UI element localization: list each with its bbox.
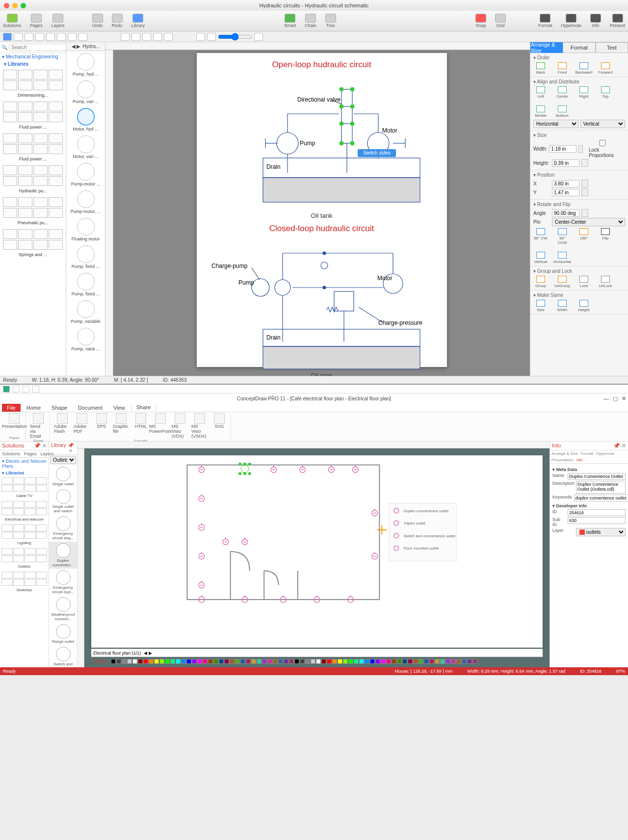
pin-select[interactable]: Center-Center (552, 218, 625, 226)
library-shape-thumb[interactable] (13, 572, 25, 578)
outlet-symbol[interactable] (314, 595, 320, 603)
library-shape-thumb[interactable] (33, 240, 48, 250)
color-swatch[interactable] (311, 659, 315, 664)
library-shape-thumb[interactable] (25, 501, 36, 508)
library-shape-thumb[interactable] (13, 555, 25, 562)
tab-format[interactable]: Format (563, 42, 595, 53)
y-input[interactable] (552, 189, 579, 196)
hypernote-button[interactable]: Hypernote (561, 14, 581, 28)
library-shape-thumb[interactable] (36, 555, 48, 562)
library-shape-thumb[interactable] (49, 165, 63, 175)
library-shape-thumb[interactable] (25, 532, 36, 539)
library-shape-thumb[interactable] (36, 508, 48, 515)
align-tool-icon[interactable] (131, 33, 140, 41)
ribbon-export-ms-visio-vsdx-[interactable]: MS Visio (VSDX) (191, 413, 208, 439)
distribute-tool-icon[interactable] (142, 33, 151, 41)
library-shape-thumb[interactable] (18, 102, 32, 111)
vertical-select[interactable]: Vertical (580, 120, 626, 128)
info-button[interactable]: Info (590, 14, 601, 28)
ribbon-email[interactable]: Send via Email (30, 413, 47, 439)
color-swatch[interactable] (122, 659, 127, 664)
library-shape-thumb[interactable] (3, 240, 17, 250)
save-icon[interactable] (13, 386, 20, 393)
horizontal-select[interactable]: Horizontal (533, 120, 578, 128)
library-group[interactable]: Electrical and telecom (0, 500, 49, 524)
library-shape-thumb[interactable] (1, 501, 13, 508)
shape-tab[interactable]: ◀ ▶ Hydra... (66, 42, 105, 51)
action-left[interactable]: Left (533, 86, 548, 99)
search-input[interactable] (9, 44, 66, 51)
library-pin-icon[interactable]: 📌 ✕ (66, 443, 75, 453)
section-rotate[interactable]: ▾ Rotate and Flip (533, 202, 625, 207)
library-shape-thumb[interactable] (3, 80, 17, 90)
color-swatch[interactable] (251, 659, 256, 664)
library-shape-thumb[interactable] (18, 80, 32, 90)
dev-layer-select[interactable]: 🟥 outlets (576, 528, 626, 536)
color-swatch[interactable] (332, 659, 337, 664)
tab-arrange[interactable]: Arrange & Size (530, 42, 563, 53)
outlet-symbol[interactable] (199, 552, 205, 559)
color-swatch[interactable] (246, 659, 251, 664)
library-shape-thumb[interactable] (25, 555, 36, 562)
tab-solutions[interactable]: Solutions (0, 450, 22, 457)
info-tab-hypernote[interactable]: Hypernote (595, 450, 616, 457)
shape-item[interactable]: Motor, hyd ... (66, 106, 105, 133)
color-swatch[interactable] (186, 659, 191, 664)
color-swatch[interactable] (289, 659, 294, 664)
library-shape-thumb[interactable] (25, 579, 36, 586)
section-order[interactable]: ▾ Order (533, 55, 625, 60)
color-swatch[interactable] (267, 659, 272, 664)
win-maximize-icon[interactable]: ▢ (613, 395, 618, 402)
library-shape-thumb[interactable] (33, 80, 48, 90)
library-shape-thumb[interactable] (49, 197, 63, 207)
library-shape-thumb[interactable] (3, 165, 17, 175)
library-shape-thumb[interactable] (18, 176, 32, 186)
library-shape-thumb[interactable] (33, 165, 48, 175)
section-make[interactable]: ▾ Make Same (533, 292, 625, 298)
library-shape-thumb[interactable] (49, 240, 63, 250)
line-tool-icon[interactable] (35, 33, 44, 41)
info-tab-presentation[interactable]: Presentation (550, 457, 575, 463)
library-shape-thumb[interactable] (13, 501, 25, 508)
height-input[interactable] (552, 159, 579, 167)
dev-subid-input[interactable] (568, 517, 626, 524)
zoom-fit-icon[interactable] (254, 33, 263, 41)
library-shape-thumb[interactable] (18, 133, 32, 143)
action-size[interactable]: Size (533, 300, 548, 312)
color-swatch[interactable] (429, 659, 434, 664)
library-shape-thumb[interactable] (18, 144, 32, 154)
section-position[interactable]: ▾ Position (533, 172, 625, 178)
action-right[interactable]: Right (576, 86, 591, 99)
library-shape-thumb[interactable] (36, 572, 48, 578)
outlet-symbol[interactable] (199, 581, 205, 588)
fullscreen-icon[interactable] (21, 3, 26, 8)
color-swatch[interactable] (203, 659, 208, 664)
undo-icon[interactable] (23, 386, 29, 393)
color-swatch[interactable] (348, 659, 353, 664)
color-swatch[interactable] (413, 659, 418, 664)
library-shape-thumb[interactable] (49, 133, 63, 143)
color-swatch[interactable] (375, 659, 380, 664)
lock-proportions[interactable] (589, 140, 616, 146)
angle-input[interactable] (552, 210, 579, 217)
chain-button[interactable]: Chain (305, 14, 316, 28)
library-shape-thumb[interactable] (1, 477, 13, 484)
solutions-button[interactable]: Solutions (3, 14, 21, 28)
library-group[interactable]: Outlets (0, 547, 49, 571)
library-shape-thumb[interactable] (25, 477, 36, 484)
shape-item[interactable]: Pump, hyd ... (66, 51, 105, 79)
action-middle[interactable]: Middle (533, 105, 548, 118)
color-swatch[interactable] (386, 659, 391, 664)
grid-button[interactable]: Grid (495, 14, 506, 28)
library-shape-thumb[interactable] (3, 70, 17, 79)
library-shape-thumb[interactable] (18, 112, 32, 122)
library-shape-thumb[interactable] (36, 477, 48, 484)
color-swatch[interactable] (456, 659, 461, 664)
rect-tool-icon[interactable] (14, 33, 23, 41)
redo-icon[interactable] (32, 386, 39, 393)
library-group[interactable]: Hydraulic pu... (0, 163, 66, 195)
ribbon-tab-view[interactable]: View (108, 404, 130, 412)
color-swatch[interactable] (321, 659, 326, 664)
library-group[interactable]: Cable TV (0, 476, 49, 500)
zoom-in-icon[interactable] (196, 33, 205, 41)
